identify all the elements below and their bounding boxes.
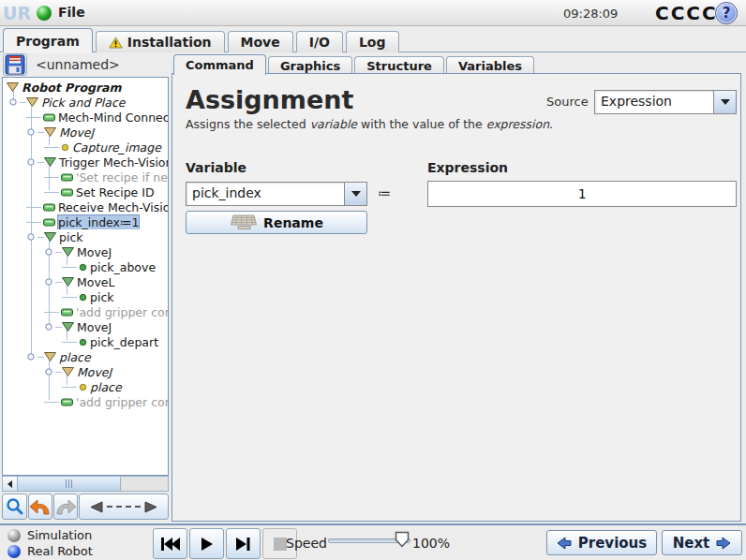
simulation-radio-icon: [7, 529, 21, 542]
previous-button[interactable]: Previous: [546, 530, 657, 555]
redo-button[interactable]: [53, 494, 78, 520]
program-tree[interactable]: Robot ProgramPick and PlaceMech-Mind Con…: [2, 77, 169, 476]
play-button[interactable]: [189, 528, 224, 559]
tree-item-mech-mind-connect[interactable]: Mech-Mind Connect: [3, 110, 168, 125]
command-icon: [61, 173, 73, 182]
tab-move[interactable]: Move: [228, 31, 293, 52]
subtab-graphics[interactable]: Graphics: [268, 56, 352, 75]
file-menu[interactable]: File: [58, 5, 85, 20]
tree-toolbar: [2, 494, 169, 520]
step-forward-button[interactable]: [226, 528, 261, 559]
speed-slider-thumb[interactable]: [395, 531, 410, 552]
brand-logo: CCCC: [655, 2, 718, 24]
subtab-command[interactable]: Command: [173, 54, 266, 75]
help-icon[interactable]: ?: [715, 2, 738, 24]
tree-connector-dash: [20, 102, 26, 103]
left-arrow-icon: [7, 480, 12, 488]
tree-item-trigger-mech-vision[interactable]: Trigger Mech-Vision: [3, 155, 168, 169]
skip-to-start-button[interactable]: [153, 528, 187, 559]
tree-item-add-gripper-con[interactable]: 'add gripper con: [3, 304, 168, 319]
tree-item-label: MoveJ: [77, 365, 112, 379]
main-tab-bar: ProgramInstallationMoveI/OLog: [0, 27, 746, 52]
next-button[interactable]: Next: [662, 530, 742, 555]
expression-input[interactable]: 1: [427, 181, 737, 207]
tree-item-movej[interactable]: MoveJ: [3, 364, 168, 379]
tree-connector-dash: [44, 402, 59, 403]
tree-item-label: pick: [59, 230, 83, 244]
tab-log[interactable]: Log: [346, 31, 399, 52]
real-robot-radio[interactable]: Real Robot: [7, 544, 93, 558]
tree-item-pick-index-1[interactable]: pick_index≔1: [3, 214, 168, 229]
subtab-variables[interactable]: Variables: [446, 56, 534, 75]
undo-icon: [29, 497, 52, 516]
tree-item-capture-image[interactable]: Capture_image: [3, 140, 168, 155]
tree-item-pick-above[interactable]: pick_above: [3, 259, 168, 274]
warning-icon: [109, 37, 123, 49]
chevron-down-icon[interactable]: [713, 91, 736, 113]
command-icon: [61, 308, 73, 317]
tree-item-movel[interactable]: MoveL: [3, 274, 168, 289]
step-forward-arrow-icon: [144, 501, 157, 513]
simulation-radio[interactable]: Simulation: [7, 528, 92, 542]
skip-to-start-icon: [160, 537, 181, 552]
tab-installation[interactable]: Installation: [96, 31, 225, 52]
scrollbar-track[interactable]: [121, 477, 168, 491]
waypoint-icon: [61, 143, 69, 152]
source-dropdown-value: Expression: [595, 91, 713, 113]
scrollbar-grip-icon: [66, 479, 73, 488]
folder-triangle-icon: [44, 352, 56, 361]
floppy-icon: [5, 54, 25, 75]
tree-item-place[interactable]: place: [3, 349, 168, 364]
tree-connector-dash: [62, 387, 77, 388]
save-button[interactable]: [3, 53, 27, 76]
tree-item-place[interactable]: place: [3, 379, 168, 394]
tree-item-receive-mech-vision[interactable]: Receive Mech-Vision: [3, 199, 168, 214]
rename-button[interactable]: Rename: [186, 211, 367, 234]
chevron-down-icon[interactable]: [344, 183, 366, 205]
command-panel: CommandGraphicsStructureVariables Assign…: [172, 52, 743, 523]
search-button[interactable]: [2, 494, 27, 520]
tab-program[interactable]: Program: [3, 28, 93, 52]
subtab-structure[interactable]: Structure: [354, 56, 444, 75]
waypoint-icon: [79, 383, 87, 391]
tree-item-pick[interactable]: pick: [3, 289, 168, 304]
tree-item-movej[interactable]: MoveJ: [3, 244, 168, 259]
tree-item-pick-depart[interactable]: pick_depart: [3, 334, 168, 349]
search-icon: [6, 497, 24, 516]
expand-handle-icon: [26, 232, 37, 242]
variable-dropdown[interactable]: pick_index: [186, 182, 367, 206]
tree-connector-dash: [44, 192, 59, 193]
page-title: Assignment: [186, 85, 353, 114]
step-navigation-button[interactable]: [79, 494, 169, 520]
tree-item-set-recipe-if-nee[interactable]: 'Set recipe if nee: [3, 169, 168, 184]
tree-connector-dash: [26, 222, 41, 223]
scrollbar-thumb[interactable]: [18, 477, 121, 491]
tree-item-label: pick_index≔1: [58, 215, 139, 229]
speed-value: 100%: [412, 536, 450, 551]
expand-handle-icon: [44, 247, 54, 257]
tree-connector-dash: [62, 267, 77, 268]
keyboard-icon: [230, 214, 258, 230]
tree-item-movej[interactable]: MoveJ: [3, 319, 168, 334]
tree-item-pick-and-place[interactable]: Pick and Place: [3, 95, 168, 110]
tree-item-set-recipe-id[interactable]: Set Recipe ID: [3, 184, 168, 199]
folder-triangle-icon: [62, 367, 74, 376]
tree-connector-dash: [55, 327, 62, 328]
tree-horizontal-scrollbar[interactable]: [2, 476, 169, 492]
scroll-left-button[interactable]: [3, 477, 18, 491]
tree-item-movej[interactable]: MoveJ: [3, 125, 168, 140]
tree-connector-dash: [44, 147, 59, 148]
tree-item-robot-program[interactable]: Robot Program: [3, 80, 168, 95]
tree-connector-dash: [26, 117, 41, 118]
step-forward-icon: [235, 537, 251, 552]
tree-item-pick[interactable]: pick: [3, 229, 168, 244]
command-content: Assignment Source Expression Assigns the…: [172, 73, 741, 522]
bottom-bar: Simulation Real Robot Speed 100% Previou…: [0, 523, 746, 560]
tab-i-o[interactable]: I/O: [296, 31, 343, 52]
undo-button[interactable]: [28, 494, 52, 520]
tree-item-label: MoveL: [77, 275, 115, 289]
arrow-left-icon: [557, 537, 572, 550]
tree-item-add-gripper-con[interactable]: 'add gripper con: [3, 394, 168, 409]
variable-label: Variable: [186, 160, 246, 175]
source-dropdown[interactable]: Expression: [594, 90, 737, 114]
